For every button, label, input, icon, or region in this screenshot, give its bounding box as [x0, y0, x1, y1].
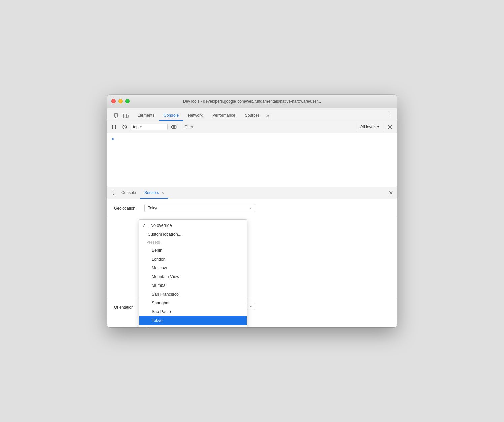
- bottom-tab-sensors[interactable]: Sensors ✕: [140, 188, 168, 199]
- svg-point-12: [173, 126, 175, 128]
- context-selector[interactable]: top ▾: [131, 124, 168, 130]
- bottom-panel-tabbar: ⋮ Console Sensors ✕ ✕: [107, 187, 397, 199]
- dropdown-group-error: Error: [139, 325, 247, 327]
- sensors-content: Geolocation Tokyo ▾ No override Custom l…: [107, 199, 397, 327]
- eye-icon-button[interactable]: [169, 122, 179, 132]
- dropdown-item-sao-paulo[interactable]: São Paulo: [139, 307, 247, 316]
- dropdown-item-shanghai[interactable]: Shanghai: [139, 299, 247, 307]
- separator: [181, 124, 181, 130]
- geolocation-dropdown-arrow-icon: ▾: [250, 206, 252, 210]
- tab-performance[interactable]: Performance: [208, 111, 240, 121]
- devtools-toolbar-icons: [110, 111, 133, 121]
- device-toolbar-icon-button[interactable]: [121, 111, 131, 121]
- dropdown-item-san-francisco[interactable]: San Francisco: [139, 290, 247, 299]
- svg-point-6: [125, 117, 126, 118]
- geolocation-control: Tokyo ▾: [144, 204, 390, 212]
- bottom-tab-console[interactable]: Console: [117, 188, 140, 199]
- tab-network[interactable]: Network: [183, 111, 208, 121]
- dropdown-item-no-override[interactable]: No override: [139, 221, 247, 230]
- context-arrow-icon: ▾: [140, 125, 142, 129]
- tab-elements[interactable]: Elements: [133, 111, 159, 121]
- context-value: top: [133, 125, 139, 129]
- console-toolbar: top ▾ All levels ▾: [107, 121, 397, 133]
- devtools-tabbar: Elements Console Network Performance Sou…: [107, 108, 397, 121]
- orientation-dropdown-arrow-icon: ▾: [250, 305, 252, 308]
- svg-rect-7: [112, 125, 113, 129]
- dropdown-item-berlin[interactable]: Berlin: [139, 246, 247, 255]
- dropdown-item-london[interactable]: London: [139, 255, 247, 264]
- bottom-panel: ⋮ Console Sensors ✕ ✕ Geolocation Tokyo …: [107, 187, 397, 327]
- all-levels-label: All levels: [360, 125, 376, 129]
- settings-icon-button[interactable]: [385, 122, 395, 132]
- dropdown-item-mountain-view[interactable]: Mountain View: [139, 272, 247, 281]
- svg-rect-0: [114, 114, 118, 117]
- console-prompt[interactable]: >: [111, 136, 114, 142]
- all-levels-button[interactable]: All levels ▾: [358, 124, 381, 130]
- traffic-lights: [111, 99, 130, 103]
- bottom-panel-more-icon[interactable]: ⋮: [109, 189, 117, 197]
- console-area: >: [107, 133, 397, 187]
- geolocation-dropdown[interactable]: Tokyo ▾: [144, 204, 255, 212]
- no-override-label: No override: [150, 223, 172, 228]
- svg-point-11: [171, 125, 176, 129]
- separator3: [383, 124, 383, 130]
- title-bar: DevTools - developers.google.com/web/fun…: [107, 95, 397, 108]
- devtools-menu-icon[interactable]: ⋮: [384, 108, 394, 121]
- close-button[interactable]: [111, 99, 116, 103]
- svg-rect-4: [127, 115, 128, 117]
- play-icon-button[interactable]: [109, 122, 119, 132]
- block-icon-button[interactable]: [120, 122, 129, 132]
- all-levels-arrow-icon: ▾: [377, 125, 379, 129]
- custom-location-label: Custom location...: [148, 232, 181, 237]
- inspect-icon-button[interactable]: [112, 111, 121, 121]
- filter-input[interactable]: [183, 125, 354, 129]
- window-title: DevTools - developers.google.com/web/fun…: [183, 99, 321, 104]
- sensors-tab-close-icon[interactable]: ✕: [161, 191, 164, 195]
- svg-rect-8: [115, 125, 116, 129]
- tab-console[interactable]: Console: [159, 111, 183, 121]
- devtools-window: DevTools - developers.google.com/web/fun…: [107, 95, 397, 327]
- svg-point-13: [389, 126, 391, 128]
- maximize-button[interactable]: [125, 99, 130, 103]
- bottom-panel-close-button[interactable]: ✕: [387, 189, 395, 197]
- minimize-button[interactable]: [118, 99, 123, 103]
- dropdown-item-tokyo[interactable]: Tokyo: [139, 316, 247, 325]
- geolocation-dropdown-menu: No override Custom location... Presets B…: [139, 219, 247, 327]
- geolocation-row: Geolocation Tokyo ▾: [107, 199, 397, 217]
- separator2: [356, 124, 356, 130]
- dropdown-item-custom-location[interactable]: Custom location...: [139, 230, 247, 239]
- more-tabs-icon[interactable]: »: [264, 110, 271, 121]
- tab-sources[interactable]: Sources: [240, 111, 264, 121]
- geolocation-label: Geolocation: [114, 204, 144, 211]
- dropdown-group-presets: Presets: [139, 239, 247, 246]
- dropdown-item-mumbai[interactable]: Mumbai: [139, 281, 247, 290]
- svg-line-10: [123, 125, 126, 128]
- dropdown-item-moscow[interactable]: Moscow: [139, 264, 247, 272]
- geolocation-selected-value: Tokyo: [148, 206, 158, 210]
